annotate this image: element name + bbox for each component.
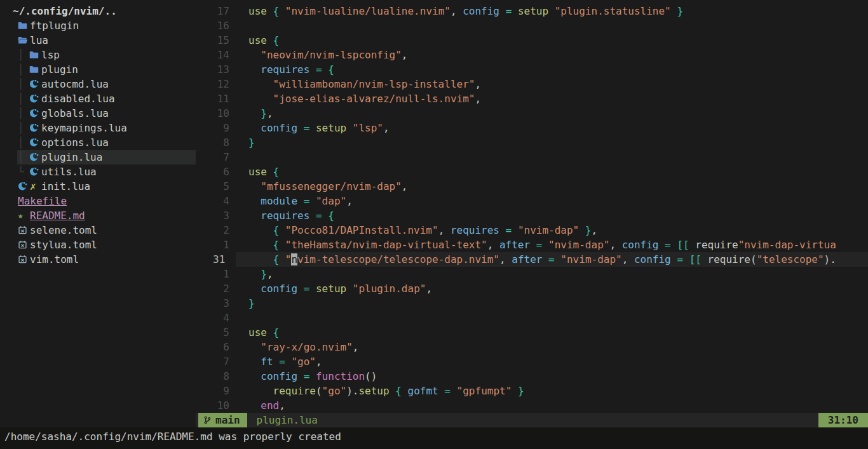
cursor-position: 31:10: [818, 413, 868, 427]
tree-item-label: globals.lua: [41, 106, 109, 121]
line-number: 4: [196, 311, 248, 325]
code-text: "ray-x/go.nvim",: [248, 340, 358, 354]
toml-icon: [18, 225, 30, 235]
lua-icon: [18, 182, 30, 191]
command-line-message: /home/sasha/.config/nvim/README.md was p…: [0, 427, 868, 449]
tree-item-README.md[interactable]: ★README.md: [0, 208, 196, 223]
tree-item-keymapings.lua[interactable]: │keymapings.lua: [0, 121, 196, 135]
tree-item-label: lua: [30, 33, 48, 48]
line-number: 5: [196, 179, 248, 194]
code-line[interactable]: 1 },: [196, 267, 868, 281]
tree-item-selene.toml[interactable]: selene.toml: [0, 223, 196, 238]
line-number: 8: [196, 369, 248, 384]
tree-item-options.lua[interactable]: │options.lua: [0, 135, 196, 150]
tree-indent-guide: │: [18, 91, 29, 106]
tree-item-label: README.md: [30, 208, 85, 223]
editor[interactable]: 17use { "nvim-lualine/lualine.nvim", con…: [196, 0, 868, 413]
tree-item-Makefile[interactable]: Makefile: [0, 194, 196, 208]
tree-item-lua[interactable]: lua: [0, 33, 196, 48]
code-line[interactable]: 3 requires = {: [196, 208, 868, 223]
code-line[interactable]: 2 config = setup "plugin.dap",: [196, 281, 868, 296]
code-line[interactable]: 1 { "theHamsta/nvim-dap-virtual-text", a…: [196, 238, 868, 252]
code-text: use {: [248, 164, 279, 179]
code-line[interactable]: 17use { "nvim-lualine/lualine.nvim", con…: [196, 4, 868, 18]
code-line[interactable]: 16: [196, 18, 868, 33]
tree-item-utils.lua[interactable]: └utils.lua: [0, 164, 196, 179]
code-text: use {: [248, 325, 279, 340]
code-line[interactable]: 10 },: [196, 106, 868, 121]
git-branch-badge: main: [198, 413, 247, 427]
code-line[interactable]: 6use {: [196, 164, 868, 179]
tree-indent-guide: │: [18, 62, 29, 77]
tree-item-label: disabled.lua: [41, 91, 115, 106]
code-line[interactable]: 7 ft = "go",: [196, 354, 868, 369]
tree-item-autocmd.lua[interactable]: │autocmd.lua: [0, 77, 196, 91]
folder-open-icon: [18, 36, 30, 45]
line-number: 9: [196, 384, 248, 398]
code-line[interactable]: 11 "jose-elias-alvarez/null-ls.nvim",: [196, 91, 868, 106]
code-text: },: [248, 106, 273, 121]
line-number: 10: [196, 106, 248, 121]
code-line[interactable]: 7: [196, 150, 868, 164]
tree-indent-guide: │: [18, 135, 29, 150]
code-line[interactable]: 5 "mfussenegger/nvim-dap",: [196, 179, 868, 194]
editor-column: 17use { "nvim-lualine/lualine.nvim", con…: [196, 0, 868, 427]
code-text: use { "nvim-lualine/lualine.nvim", confi…: [248, 4, 683, 18]
code-line[interactable]: 2 { "Pocco81/DAPInstall.nvim", requires …: [196, 223, 868, 238]
code-line[interactable]: 14 "neovim/nvim-lspconfig",: [196, 48, 868, 62]
tree-item-label: autocmd.lua: [41, 77, 109, 91]
tree-item-vim.toml[interactable]: vim.toml: [0, 252, 196, 267]
lua-icon: [29, 94, 41, 104]
code-line[interactable]: 13 requires = {: [196, 62, 868, 77]
tree-item-globals.lua[interactable]: │globals.lua: [0, 106, 196, 121]
code-line[interactable]: 6 "ray-x/go.nvim",: [196, 340, 868, 354]
code-line[interactable]: 3}: [196, 296, 868, 311]
code-text: { "nvim-telescope/telescope-dap.nvim", a…: [236, 252, 868, 267]
code-line[interactable]: 4 module = "dap",: [196, 194, 868, 208]
code-text: "jose-elias-alvarez/null-ls.nvim",: [248, 91, 481, 106]
line-number: 10: [196, 398, 248, 413]
line-number: 1: [196, 238, 248, 252]
code-line[interactable]: 4: [196, 311, 868, 325]
code-line[interactable]: 15use {: [196, 33, 868, 48]
line-number: 9: [196, 121, 248, 135]
code-text: use {: [248, 33, 279, 48]
tree-item-label: Makefile: [18, 194, 67, 208]
lua-icon: [29, 79, 41, 89]
code-line[interactable]: 12 "williamboman/nvim-lsp-installer",: [196, 77, 868, 91]
code-line-current[interactable]: 31 { "nvim-telescope/telescope-dap.nvim"…: [196, 252, 868, 267]
tree-item-lsp[interactable]: │lsp: [0, 48, 196, 62]
code-line[interactable]: 8 config = function(): [196, 369, 868, 384]
code-line[interactable]: 9 config = setup "lsp",: [196, 121, 868, 135]
line-number: 3: [196, 208, 248, 223]
code-line[interactable]: 5use {: [196, 325, 868, 340]
folder-icon: [29, 65, 41, 74]
folder-icon: [29, 50, 41, 60]
code-text: { "theHamsta/nvim-dap-virtual-text", aft…: [248, 238, 836, 252]
line-number: 17: [196, 4, 248, 18]
line-number: 1: [196, 267, 248, 281]
tree-item-ftplugin[interactable]: ftplugin: [0, 18, 196, 33]
tree-item-init.lua[interactable]: ✗init.lua: [0, 179, 196, 194]
code-text: }: [248, 135, 255, 150]
code-text: require("go").setup { gofmt = "gpfumpt" …: [248, 384, 524, 398]
tree-item-label: vim.toml: [30, 252, 79, 267]
tree-indent-guide: │: [18, 106, 29, 121]
lua-icon: [29, 167, 41, 177]
line-number: 15: [196, 33, 248, 48]
tree-item-label: plugin: [41, 62, 78, 77]
code-line[interactable]: 9 require("go").setup { gofmt = "gpfumpt…: [196, 384, 868, 398]
code-line[interactable]: 10 end,: [196, 398, 868, 413]
statusline-filename: plugin.lua: [247, 413, 318, 427]
tree-item-disabled.lua[interactable]: │disabled.lua: [0, 91, 196, 106]
line-number: 6: [196, 340, 248, 354]
tree-item-plugin[interactable]: │plugin: [0, 62, 196, 77]
code-line[interactable]: 8}: [196, 135, 868, 150]
tree-items: ftpluginlua│lsp│plugin│autocmd.lua│disab…: [0, 18, 196, 267]
tree-item-stylua.toml[interactable]: stylua.toml: [0, 238, 196, 252]
tree-item-plugin.lua[interactable]: │plugin.lua: [0, 150, 196, 164]
lua-icon: [29, 123, 41, 133]
code-text: },: [248, 267, 273, 281]
tree-indent-guide: │: [18, 48, 29, 62]
code-text: { "Pocco81/DAPInstall.nvim", requires = …: [248, 223, 597, 238]
